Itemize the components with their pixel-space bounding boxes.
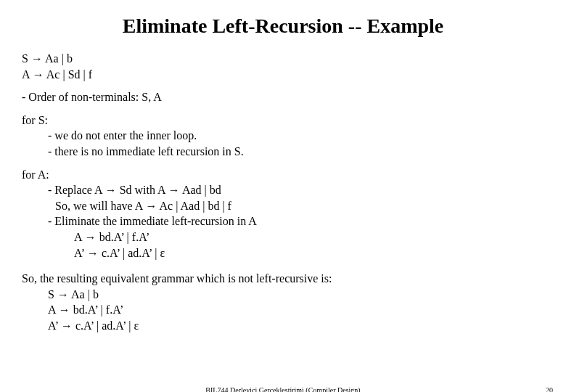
result-rule-a: A → bd.A’ | f.A’ [22, 302, 544, 318]
for-s-line-1: - we do not enter the inner loop. [22, 128, 544, 144]
result-block: So, the resulting equivalent grammar whi… [22, 271, 544, 333]
for-a-line-4: A → bd.A’ | f.A’ [22, 229, 544, 245]
slide-body: S → Aa | b A → Ac | Sd | f - Order of no… [22, 51, 544, 334]
for-a-head: for A: [22, 167, 544, 183]
for-a-line-1: - Replace A → Sd with A → Aad | bd [22, 182, 544, 198]
slide: Eliminate Left-Recursion -- Example S → … [0, 0, 566, 392]
result-rule-s: S → Aa | b [22, 287, 544, 303]
for-s-line-2: - there is no immediate left recursion i… [22, 144, 544, 160]
for-s-block: for S: - we do not enter the inner loop.… [22, 113, 544, 160]
for-a-block: for A: - Replace A → Sd with A → Aad | b… [22, 167, 544, 261]
for-a-line-5: A’ → c.A’ | ad.A’ | ε [22, 245, 544, 261]
order-line: - Order of non-terminals: S, A [22, 89, 544, 105]
for-s-head: for S: [22, 113, 544, 128]
result-head: So, the resulting equivalent grammar whi… [22, 271, 544, 287]
result-rule-ap: A’ → c.A’ | ad.A’ | ε [22, 318, 544, 334]
initial-grammar: S → Aa | b A → Ac | Sd | f [22, 51, 544, 82]
slide-title: Eliminate Left-Recursion -- Example [22, 15, 544, 38]
for-a-line-2: So, we will have A → Ac | Aad | bd | f [22, 198, 544, 214]
page-number: 20 [546, 386, 553, 392]
for-a-line-3: - Eliminate the immediate left-recursion… [22, 213, 544, 229]
grammar-rule-s: S → Aa | b [22, 51, 544, 67]
grammar-rule-a: A → Ac | Sd | f [22, 67, 544, 83]
footer-center-text: BIL744 Derleyici Gerçekleştirimi (Compil… [0, 386, 566, 392]
